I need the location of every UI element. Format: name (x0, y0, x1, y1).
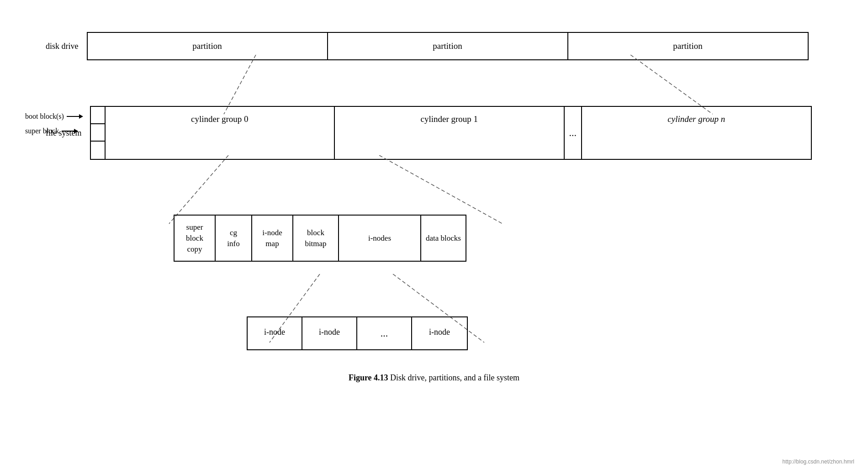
inode-dots: ... (357, 317, 412, 349)
inode-cell-3: i-node (412, 317, 467, 349)
figure-caption: Figure 4.13 Disk drive, partitions, and … (27, 373, 841, 383)
cg-detail-inode-map: i-node map (252, 216, 293, 261)
svg-line-0 (224, 55, 256, 114)
cg-detail-row: super block copy cg info i-node map bloc… (174, 215, 841, 262)
cg-detail-super-copy: super block copy (175, 216, 216, 261)
inode-cell-1: i-node (302, 317, 357, 349)
svg-line-3 (379, 155, 503, 224)
fs-cg-cell-n: cylinder group n (582, 107, 811, 159)
partition-cell-0: partition (88, 33, 328, 59)
file-system-row: file system cylinder group 0 cylinder gr… (46, 106, 841, 160)
disk-drive-box: partition partition partition (87, 32, 809, 60)
boot-blocks-label: boot block(s) (25, 112, 64, 121)
fs-boot-cell-2 (91, 124, 105, 142)
filesystem-box: cylinder group 0 cylinder group 1 ... cy… (90, 106, 812, 160)
super-block-arrow (62, 128, 78, 134)
boot-super-labels: boot block(s) super block (25, 112, 83, 135)
fs-dots-cell: ... (565, 107, 582, 159)
super-block-label: super block (25, 127, 59, 135)
fs-cg-cell-0: cylinder group 0 (106, 107, 335, 159)
inode-detail-row: i-node i-node ... i-node (247, 316, 841, 350)
cg-detail-box: super block copy cg info i-node map bloc… (174, 215, 466, 262)
fs-cg-cell-1: cylinder group 1 (335, 107, 565, 159)
fs-boot-cell-1 (91, 107, 105, 124)
cg-detail-data-blocks: data blocks (421, 216, 466, 261)
disk-drive-row: disk drive partition partition partition (46, 32, 841, 60)
inode-detail-box: i-node i-node ... i-node (247, 316, 468, 350)
partition-cell-2: partition (568, 33, 808, 59)
diagram-container: disk drive partition partition partition… (0, 0, 868, 474)
fs-super-cell (91, 142, 105, 159)
figure-caption-text: Figure 4.13 Disk drive, partitions, and … (349, 373, 519, 382)
boot-blocks-arrow (67, 113, 83, 120)
disk-drive-label: disk drive (46, 42, 79, 51)
fs-boot-cells (91, 107, 106, 159)
inode-cell-0: i-node (248, 317, 302, 349)
svg-line-1 (630, 55, 713, 114)
watermark: http://blog.csdn.net/zhon.hmrl (783, 458, 854, 465)
cg-detail-cg-info: cg info (216, 216, 252, 261)
partition-cell-1: partition (328, 33, 568, 59)
cg-detail-block-bitmap: block bitmap (293, 216, 339, 261)
svg-line-2 (169, 155, 228, 224)
cg-detail-inodes: i-nodes (339, 216, 421, 261)
